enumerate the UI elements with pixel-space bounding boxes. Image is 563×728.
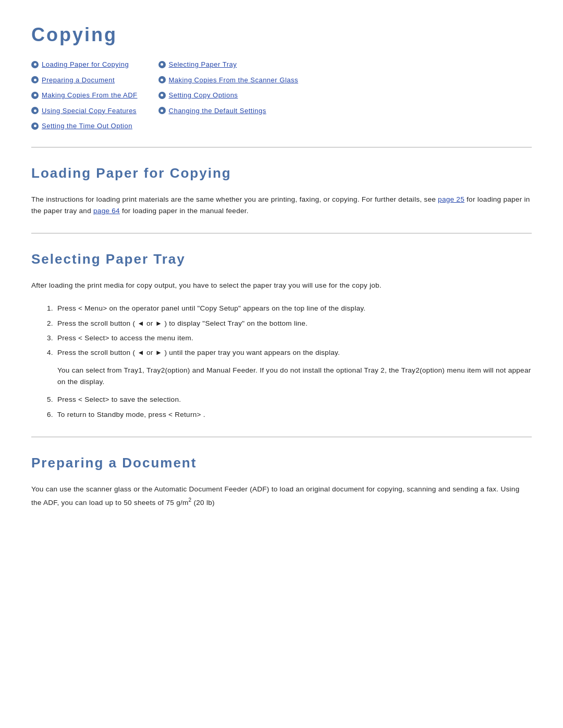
toc-link-default-settings[interactable]: Changing the Default Settings xyxy=(169,106,266,116)
step-6: 6. To return to Standby mode, press < Re… xyxy=(42,409,532,421)
preparing-doc-section: Preparing a Document You can use the sca… xyxy=(31,453,532,509)
page-title: Copying xyxy=(31,21,532,49)
toc-section: Loading Paper for Copying Preparing a Do… xyxy=(31,59,532,131)
loading-paper-body: The instructions for loading print mater… xyxy=(31,194,532,218)
divider-3 xyxy=(31,437,532,437)
toc-left-column: Loading Paper for Copying Preparing a Do… xyxy=(31,59,138,131)
toc-item-special-copy: Using Special Copy Features xyxy=(31,106,138,116)
tray-note: You can select from Tray1, Tray2(option)… xyxy=(31,365,532,389)
step-2: 2. Press the scroll button ( ◄ or ► ) to… xyxy=(42,317,532,330)
toc-item-loading-paper: Loading Paper for Copying xyxy=(31,59,138,70)
toc-item-copy-options: Setting Copy Options xyxy=(158,90,298,101)
loading-paper-end: for loading paper in the manual feeder. xyxy=(120,207,249,215)
toc-item-selecting-tray: Selecting Paper Tray xyxy=(158,59,298,70)
selecting-tray-intro: After loading the print media for copy o… xyxy=(31,280,532,292)
preparing-doc-text: You can use the scanner glass or the Aut… xyxy=(31,485,519,506)
toc-bullet-icon xyxy=(31,107,39,114)
toc-item-scanner-glass: Making Copies From the Scanner Glass xyxy=(158,75,298,85)
toc-link-special-copy[interactable]: Using Special Copy Features xyxy=(42,106,137,116)
toc-link-copy-options[interactable]: Setting Copy Options xyxy=(169,90,238,101)
toc-bullet-icon xyxy=(31,92,39,99)
loading-paper-section: Loading Paper for Copying The instructio… xyxy=(31,163,532,218)
loading-paper-title: Loading Paper for Copying xyxy=(31,163,532,183)
toc-link-scanner-glass[interactable]: Making Copies From the Scanner Glass xyxy=(169,75,298,85)
step-5: 5. Press < Select> to save the selection… xyxy=(42,393,532,406)
preparing-doc-body: You can use the scanner glass or the Aut… xyxy=(31,484,532,509)
loading-paper-text: The instructions for loading print mater… xyxy=(31,195,438,203)
toc-link-making-copies-adf[interactable]: Making Copies From the ADF xyxy=(42,90,138,101)
toc-bullet-icon xyxy=(31,61,39,68)
step-3: 3. Press < Select> to access the menu it… xyxy=(42,332,532,344)
page25-link[interactable]: page 25 xyxy=(438,195,464,203)
selecting-tray-steps-cont: 5. Press < Select> to save the selection… xyxy=(31,393,532,421)
divider-1 xyxy=(31,147,532,147)
page64-link[interactable]: page 64 xyxy=(93,207,120,215)
preparing-doc-end: (20 lb) xyxy=(191,498,214,506)
toc-link-selecting-tray[interactable]: Selecting Paper Tray xyxy=(169,59,237,70)
step-1: 1. Press < Menu> on the operator panel u… xyxy=(42,302,532,315)
toc-bullet-icon xyxy=(158,92,166,99)
selecting-tray-steps: 1. Press < Menu> on the operator panel u… xyxy=(31,302,532,359)
step-4: 4. Press the scroll button ( ◄ or ► ) un… xyxy=(42,347,532,359)
toc-bullet-icon xyxy=(158,107,166,114)
toc-bullet-icon xyxy=(31,76,39,83)
toc-bullet-icon xyxy=(31,122,39,130)
toc-item-timeout: Setting the Time Out Option xyxy=(31,121,138,131)
toc-link-preparing-doc[interactable]: Preparing a Document xyxy=(42,75,115,85)
toc-item-preparing-doc: Preparing a Document xyxy=(31,75,138,85)
toc-bullet-icon xyxy=(158,76,166,83)
toc-item-default-settings: Changing the Default Settings xyxy=(158,106,298,116)
divider-2 xyxy=(31,233,532,233)
preparing-doc-title: Preparing a Document xyxy=(31,453,532,473)
toc-link-timeout[interactable]: Setting the Time Out Option xyxy=(42,121,132,131)
toc-bullet-icon xyxy=(158,61,166,68)
selecting-tray-title: Selecting Paper Tray xyxy=(31,249,532,269)
toc-item-making-copies-adf: Making Copies From the ADF xyxy=(31,90,138,101)
toc-right-column: Selecting Paper Tray Making Copies From … xyxy=(158,59,298,131)
toc-link-loading-paper[interactable]: Loading Paper for Copying xyxy=(42,59,129,70)
selecting-tray-section: Selecting Paper Tray After loading the p… xyxy=(31,249,532,421)
